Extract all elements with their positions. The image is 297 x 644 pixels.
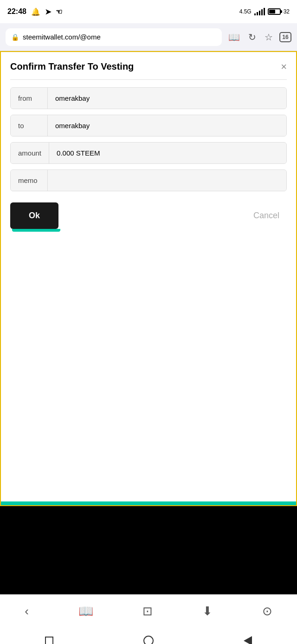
bottom-nav: ‹ 📖 ⊡ ⬇ ⊙ — [0, 594, 297, 628]
to-value: omerakbay — [48, 115, 286, 136]
close-button[interactable]: × — [281, 62, 287, 72]
download-button[interactable]: ⬇ — [195, 600, 220, 622]
dialog-title: Confirm Transfer To Vesting — [10, 61, 134, 72]
amount-field: amount 0.000 STEEM — [10, 142, 287, 164]
url-bar[interactable]: 🔒 steemitwallet.com/@ome — [6, 28, 222, 46]
bookmarks-button[interactable]: 📖 — [71, 600, 101, 622]
account-button[interactable]: ⊙ — [255, 600, 280, 622]
book-icon-button[interactable]: 📖 — [226, 30, 242, 45]
time-display: 22:48 — [7, 7, 26, 16]
status-left: 22:48 🔔 ➤ ☜ — [7, 7, 62, 16]
from-label: from — [11, 88, 48, 109]
back-system-button[interactable] — [244, 636, 252, 644]
refresh-icon-button[interactable]: ↻ — [246, 30, 258, 45]
to-label: to — [11, 115, 48, 136]
amount-value: 0.000 STEEM — [49, 143, 286, 163]
divider — [10, 79, 287, 80]
star-icon-button[interactable]: ☆ — [263, 30, 275, 45]
home-system-button[interactable] — [143, 636, 154, 644]
back-button[interactable]: ‹ — [17, 600, 36, 622]
black-area — [0, 506, 297, 594]
home-button[interactable]: ⊡ — [135, 600, 160, 622]
button-row: Ok Cancel — [10, 202, 287, 229]
dialog: Confirm Transfer To Vesting × from omera… — [1, 52, 296, 243]
memo-field[interactable]: memo — [10, 169, 287, 191]
lock-icon: 🔒 — [11, 33, 19, 41]
to-field: to omerakbay — [10, 115, 287, 137]
location-icon: ➤ — [45, 7, 51, 16]
from-field: from omerakbay — [10, 87, 287, 109]
page-area: Confirm Transfer To Vesting × from omera… — [0, 51, 297, 506]
cancel-button[interactable]: Cancel — [246, 207, 287, 224]
teal-accent-bar — [1, 501, 296, 505]
signal-bars — [254, 8, 265, 15]
hand-icon: ☜ — [56, 7, 62, 16]
browser-bar: 🔒 steemitwallet.com/@ome 📖 ↻ ☆ 16 — [0, 23, 297, 51]
amount-label: amount — [11, 143, 49, 163]
battery-icon — [268, 8, 281, 15]
dialog-header: Confirm Transfer To Vesting × — [10, 61, 287, 72]
recent-apps-button[interactable] — [45, 637, 53, 644]
network-label: 4.5G — [239, 8, 252, 15]
alarm-icon: 🔔 — [31, 7, 40, 16]
memo-value[interactable] — [48, 170, 286, 191]
url-text: steemitwallet.com/@ome — [23, 33, 216, 41]
tab-count[interactable]: 16 — [279, 32, 291, 42]
memo-label: memo — [11, 170, 48, 191]
battery-fill — [269, 10, 275, 13]
ok-button[interactable]: Ok — [10, 202, 58, 229]
status-right: 4.5G 32 — [239, 8, 290, 15]
battery-percent: 32 — [284, 8, 290, 15]
from-value: omerakbay — [48, 88, 286, 109]
system-bar — [0, 628, 297, 644]
status-bar: 22:48 🔔 ➤ ☜ 4.5G 32 — [0, 0, 297, 23]
